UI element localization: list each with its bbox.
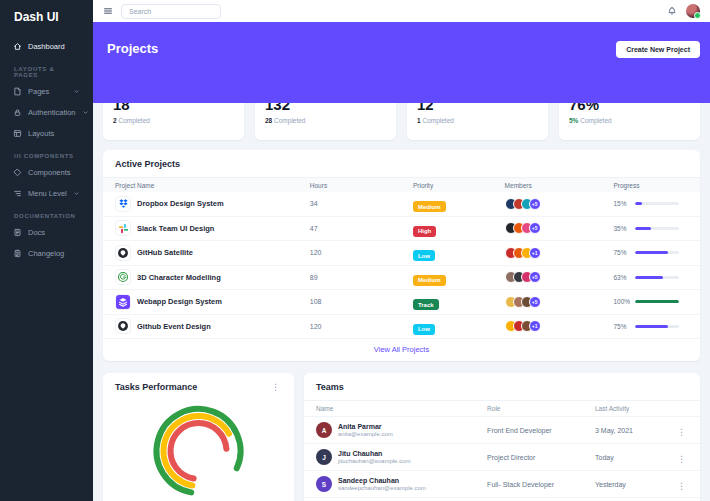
members-cell: +5 [505,222,614,234]
progress-fill [635,300,679,303]
members-extra-badge[interactable]: +5 [529,222,541,234]
members-extra-badge[interactable]: +5 [529,198,541,210]
sidebar-item-changelog[interactable]: Changelog [0,243,93,264]
progress-label: 100% [613,298,630,305]
table-row: SSandeep Chauhansandeepchauhan@example.c… [304,471,700,498]
progress-fill [635,276,663,279]
kebab-menu-icon[interactable]: ⋮ [675,454,688,464]
project-name-cell: Webapp Design System [115,294,310,310]
progress-track [635,325,679,328]
table-row: GitHub Satellite120Low+175% [103,241,700,266]
bell-icon[interactable] [667,6,677,16]
tasks-performance-panel: Tasks Performance ⋮ [103,373,294,501]
page-header: Projects Create New Project [93,22,710,103]
team-member-text: Sandeep Chauhansandeepchauhan@example.co… [338,477,426,491]
project-hours: 34 [310,200,413,207]
team-member-role: Project Director [487,454,595,461]
priority-cell: High [413,219,505,237]
priority-badge: Medium [413,201,446,212]
priority-cell: Medium [413,268,505,286]
column-header-members: Members [505,182,614,189]
kebab-menu-icon[interactable]: ⋮ [675,481,688,491]
sidebar-item-dashboard[interactable]: Dashboard [0,36,93,57]
project-name: Dropbox Design System [137,199,224,208]
chevron-down-icon [73,190,80,197]
progress-cell: 15% [613,200,687,207]
stat-sub-value: 5% [569,117,578,124]
members-extra-badge[interactable]: +5 [529,271,541,283]
progress-fill [635,325,668,328]
sidebar-item-pages[interactable]: Pages [0,81,93,102]
view-all-projects-link[interactable]: View All Projects [103,339,700,361]
progress-label: 15% [613,200,630,207]
project-hours: 120 [310,249,413,256]
chevron-down-icon [73,88,80,95]
progress-track [635,300,679,303]
project-hours: 89 [310,274,413,281]
project-hours: 120 [310,323,413,330]
pages-icon [13,87,22,96]
team-member-last-activity: 3 May, 2021 [595,427,666,434]
project-name: Slack Team UI Design [137,224,214,233]
priority-badge: High [413,226,436,237]
team-name-cell: SSandeep Chauhansandeepchauhan@example.c… [316,476,487,492]
team-member-last-activity: Yesterday [595,481,666,488]
progress-label: 75% [613,249,630,256]
sidebar-item-label: Docs [28,228,45,237]
team-member-email: jituchauhan@example.com [338,458,410,464]
column-header-progress: Progress [613,182,687,189]
team-row-menu: ⋮ [666,475,688,493]
team-member-name: Jitu Chauhan [338,450,410,457]
kebab-menu-icon[interactable]: ⋮ [269,383,282,392]
sidebar-item-docs[interactable]: Docs [0,222,93,243]
projects-table-body: Dropbox Design System34Medium+515%Slack … [103,192,700,339]
column-header-role: Role [487,405,595,412]
sidebar-item-menu-level[interactable]: Menu Level [0,183,93,204]
members-cell: +1 [505,320,614,332]
project-name-cell: GitHub Satellite [115,245,310,261]
topbar [93,0,710,22]
priority-cell: Medium [413,195,505,213]
progress-track [635,202,679,205]
members-cell: +1 [505,247,614,259]
priority-badge: Track [413,299,439,310]
priority-cell: Low [413,317,505,335]
bottom-row: Tasks Performance ⋮ Teams NameRoleLast A… [103,373,700,501]
team-member-avatar[interactable]: S [316,476,332,492]
teams-table-body: AAnita Parmaranita@example.comFront End … [304,417,700,501]
sidebar-item-authentication[interactable]: Authentication [0,102,93,123]
projects-table-header: Project NameHoursPriorityMembersProgress [103,178,700,192]
sidebar-item-label: Layouts [28,129,54,138]
topbar-right [667,4,700,18]
progress-track [635,227,679,230]
sidebar-item-layouts[interactable]: Layouts [0,123,93,144]
progress-track [635,276,679,279]
team-member-avatar[interactable]: J [316,449,332,465]
page-title: Projects [107,22,696,56]
slack-icon [115,220,131,236]
hamburger-menu-icon[interactable] [103,6,113,16]
team-name-cell: JJitu Chauhanjituchauhan@example.com [316,449,487,465]
project-name-cell: Slack Team UI Design [115,220,310,236]
members-extra-badge[interactable]: +1 [529,247,541,259]
content: Projects182 CompletedActive Task13228 Co… [93,103,710,501]
user-avatar[interactable] [686,4,700,18]
progress-label: 63% [613,274,630,281]
members-extra-badge[interactable]: +5 [529,296,541,308]
kebab-menu-icon[interactable]: ⋮ [675,427,688,437]
team-member-name: Anita Parmar [338,423,393,430]
search-input[interactable] [121,4,221,19]
project-name: Webapp Design System [137,297,222,306]
active-projects-title: Active Projects [115,159,180,169]
stat-sub-value: 28 [265,117,272,124]
table-row: Github Event Design120Low+175% [103,315,700,340]
create-new-project-button[interactable]: Create New Project [616,41,700,58]
sidebar-item-components[interactable]: Components [0,162,93,183]
progress-label: 75% [613,323,630,330]
members-extra-badge[interactable]: +1 [529,320,541,332]
brand-logo[interactable]: Dash UI [0,0,93,36]
team-member-email: sandeepchauhan@example.com [338,485,426,491]
team-member-email: anita@example.com [338,431,393,437]
project-name-cell: Dropbox Design System [115,196,310,212]
team-member-avatar[interactable]: A [316,422,332,438]
